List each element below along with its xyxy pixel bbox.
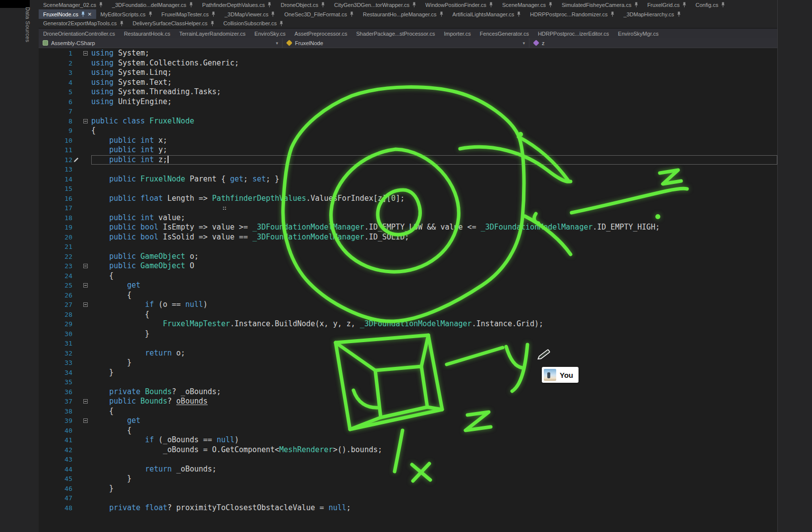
pin-icon[interactable] [677,11,681,17]
code-line-36[interactable]: 36 private Bounds? _oBounds; [39,387,777,397]
code-line-7[interactable]: 7 [39,107,777,117]
code-line-9[interactable]: 9{ [39,126,777,136]
code-line-31[interactable]: 31 [39,339,777,349]
tab-OneSec3D_FileFormat.cs[interactable]: OneSec3D_FileFormat.cs [280,9,358,19]
pin-icon[interactable] [279,21,284,26]
code-line-6[interactable]: 6using UnityEngine; [39,97,777,107]
pin-icon[interactable] [99,2,103,7]
pin-icon[interactable] [81,11,85,17]
tab-SimulatedFisheyeCamera.cs[interactable]: SimulatedFisheyeCamera.cs [557,0,643,9]
tab-HDRPPostproc...izerEditor.cs[interactable]: HDRPPostproc...izerEditor.cs [533,29,614,38]
pin-icon[interactable] [610,11,615,17]
pin-icon[interactable] [412,2,416,7]
code-line-21[interactable]: 21 [39,242,777,252]
tab-EnviroSky.cs[interactable]: EnviroSky.cs [250,29,290,38]
tab-PathfinderDepthValues.cs[interactable]: PathfinderDepthValues.cs [198,0,276,9]
tab-SceneManager_02.cs[interactable]: SceneManager_02.cs [39,0,108,9]
type-dropdown[interactable]: FruxelNode ▾ [283,38,529,48]
code-line-48[interactable]: 48 private float? proximityToClosestObst… [39,503,777,513]
tab-DeliverySurfaceClassHelper.cs[interactable]: DeliverySurfaceClassHelper.cs [128,19,219,28]
pin-icon[interactable] [682,2,687,7]
tab-FencesGenerator.cs[interactable]: FencesGenerator.cs [475,29,533,38]
code-line-34[interactable]: 34 } [39,368,777,378]
fold-marker[interactable] [79,399,91,404]
code-line-17[interactable]: 17 [39,203,777,213]
code-line-24[interactable]: 24 { [39,271,777,281]
pin-icon[interactable] [119,21,124,26]
fold-marker[interactable] [79,302,91,307]
code-line-46[interactable]: 46 } [39,484,777,494]
tab-DroneOrientationController.cs[interactable]: DroneOrientationController.cs [39,29,119,38]
code-line-15[interactable]: 15 [39,184,777,194]
code-line-41[interactable]: 41 if (_oBounds == null) [39,435,777,445]
tab-CityGen3DGen...torWrapper.cs[interactable]: CityGen3DGen...torWrapper.cs [330,0,421,9]
code-line-4[interactable]: 4using System.Text; [39,78,777,88]
tab-ShaderPackage...stProcessor.cs[interactable]: ShaderPackage...stProcessor.cs [351,29,439,38]
code-line-29[interactable]: 29 FruxelMapTester.Instance.BuildNode(x,… [39,319,777,329]
tab-FruxelMapTester.cs[interactable]: FruxelMapTester.cs [157,9,220,19]
pin-icon[interactable] [439,11,444,17]
scrollbar-region[interactable] [777,0,812,532]
code-line-44[interactable]: 44 return _oBounds; [39,465,777,474]
project-dropdown[interactable]: Assembly-CSharp ▾ [39,38,283,48]
code-line-3[interactable]: 3using System.Linq; [39,68,777,78]
pin-icon[interactable] [189,2,193,7]
code-line-32[interactable]: 32 return o; [39,349,777,358]
close-icon[interactable]: × [88,11,92,17]
code-line-11[interactable]: 11 public int y; [39,145,777,155]
fold-marker[interactable] [79,418,91,423]
code-line-26[interactable]: 26 { [39,291,777,300]
tab-_3DMapHierarchy.cs[interactable]: _3DMapHierarchy.cs [619,9,686,19]
code-line-30[interactable]: 30 } [39,329,777,339]
fold-marker[interactable] [79,283,91,288]
code-line-5[interactable]: 5using System.Threading.Tasks; [39,87,777,97]
tab-DroneObject.cs[interactable]: DroneObject.cs [276,0,330,9]
pin-icon[interactable] [517,11,521,17]
fold-marker[interactable] [79,119,91,123]
tab-SceneManager.cs[interactable]: SceneManager.cs [498,0,557,9]
code-line-42[interactable]: 42 _oBounds = O.GetComponent<MeshRendere… [39,445,777,455]
tab-AssetPreprocessor.cs[interactable]: AssetPreprocessor.cs [290,29,351,38]
tab-Config.cs[interactable]: Config.cs [691,0,730,9]
member-dropdown[interactable]: z [529,38,777,48]
tab-WindowPositionFinder.cs[interactable]: WindowPositionFinder.cs [421,0,498,9]
code-line-25[interactable]: 25 get [39,281,777,291]
code-line-27[interactable]: 27 if (o == null) [39,300,777,310]
tab-FruxelGrid.cs[interactable]: FruxelGrid.cs [643,0,691,9]
tab-HDRPPostproc...Randomizer.cs[interactable]: HDRPPostproc...Randomizer.cs [525,9,619,19]
code-line-22[interactable]: 22 public GameObject o; [39,252,777,262]
pin-icon[interactable] [267,2,272,7]
tab-_3DFoundatio...delManager.cs[interactable]: _3DFoundatio...delManager.cs [108,0,198,9]
pin-icon[interactable] [271,11,275,17]
pin-icon[interactable] [721,2,725,7]
fold-marker[interactable] [79,264,91,268]
code-line-35[interactable]: 35 [39,377,777,387]
code-line-38[interactable]: 38 { [39,407,777,416]
tab-FruxelNode.cs[interactable]: FruxelNode.cs× [39,9,96,19]
code-line-28[interactable]: 28 { [39,310,777,320]
code-line-47[interactable]: 47 [39,493,777,503]
code-line-23[interactable]: 23 public GameObject O [39,261,777,271]
fold-marker[interactable] [79,51,91,56]
tab-RestaurantHook.cs[interactable]: RestaurantHook.cs [119,29,175,38]
pin-icon[interactable] [489,2,493,7]
code-line-37[interactable]: 37 public Bounds? oBounds [39,397,777,407]
code-line-39[interactable]: 39 get [39,416,777,426]
code-line-2[interactable]: 2using System.Collections.Generic; [39,59,777,68]
tab-CollisionSubscriber.cs[interactable]: CollisionSubscriber.cs [219,19,289,28]
code-line-8[interactable]: 8public class FruxelNode [39,117,777,126]
pin-icon[interactable] [548,2,553,7]
pin-icon[interactable] [210,21,215,26]
tab-ArtificialLightsManager.cs[interactable]: ArtificialLightsManager.cs [448,9,526,19]
data-sources-vertical-tab[interactable]: Data Sources [25,7,31,42]
pin-icon[interactable] [148,11,153,17]
code-line-10[interactable]: 10 public int x; [39,136,777,146]
code-line-45[interactable]: 45 } [39,474,777,484]
tab-RestaurantHo...pleManager.cs[interactable]: RestaurantHo...pleManager.cs [358,9,448,19]
code-line-1[interactable]: 1using System; [39,49,777,59]
code-line-14[interactable]: 14 public FruxelNode Parent { get; set; … [39,175,777,184]
pin-icon[interactable] [349,11,354,17]
pin-icon[interactable] [634,2,638,7]
tab-TerrainLayerRandomizer.cs[interactable]: TerrainLayerRandomizer.cs [174,29,250,38]
code-line-16[interactable]: 16 public float Length => PathfinderDept… [39,194,777,204]
